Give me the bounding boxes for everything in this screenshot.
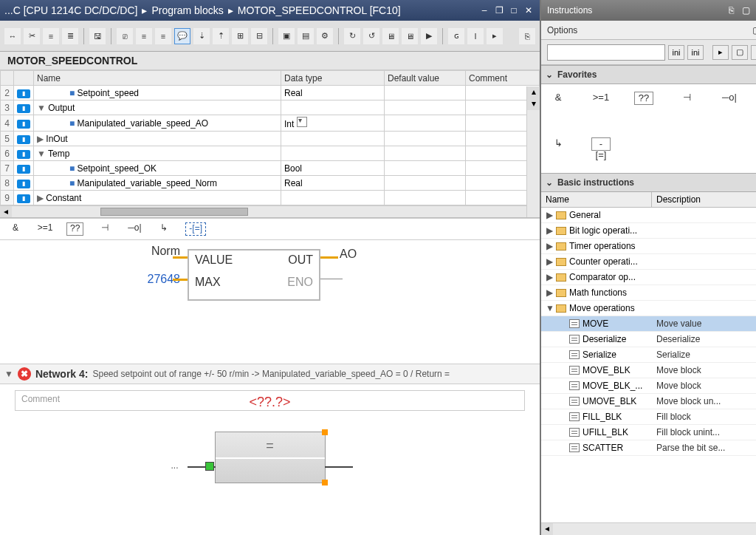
value-27648[interactable]: 27648 xyxy=(99,273,180,286)
crumb-fc[interactable]: MOTOR_SPEEDCONTROL [FC10] xyxy=(238,4,401,16)
tool-btn[interactable]: ↔ xyxy=(4,28,21,44)
tool-btn[interactable]: ↺ xyxy=(363,28,379,44)
var-row[interactable]: 9▮▶ Constant xyxy=(1,191,540,205)
tool-btn[interactable]: ▶ xyxy=(421,28,437,44)
fav-and[interactable]: & xyxy=(7,222,24,236)
fav-not[interactable]: ⊣ xyxy=(97,222,113,236)
fav-ge1[interactable]: >=1 xyxy=(591,92,611,105)
instr-folder[interactable]: ▶Math functions xyxy=(541,285,756,301)
expand-icon[interactable]: ▶ xyxy=(546,225,553,236)
tool-btn[interactable]: ✂ xyxy=(24,28,40,44)
var-row[interactable]: 7▮■ Setpoint_speed_OKBool xyxy=(1,161,540,176)
tool-btn[interactable]: ⚙ xyxy=(317,28,333,44)
tool-btn[interactable]: ↻ xyxy=(344,28,360,44)
expand-icon[interactable]: ▼ xyxy=(546,303,553,313)
expand-icon[interactable]: ▶ xyxy=(37,193,44,203)
var-scroll-v[interactable]: ▴ ▾ xyxy=(526,86,540,217)
fav-assign[interactable]: -[=] xyxy=(591,137,611,151)
instr-item[interactable]: FILL_BLKFill block xyxy=(541,409,756,425)
expand-icon[interactable]: ▶ xyxy=(546,256,553,267)
chevron-down-icon[interactable]: ⌄ xyxy=(546,69,553,80)
fav-ge1[interactable]: >=1 xyxy=(37,222,53,236)
tool-btn[interactable]: ⎚ xyxy=(117,28,133,44)
var-row[interactable]: 8▮■ Manipulated_variable_speed_NormReal xyxy=(1,176,540,191)
view2-button[interactable]: ▢ xyxy=(732,45,748,60)
expand-icon[interactable]: ▶ xyxy=(546,210,553,220)
tool-btn[interactable]: ≡ xyxy=(43,28,59,44)
instr-item[interactable]: MOVE_BLKMove block xyxy=(541,363,756,378)
fav-not[interactable]: ⊣ xyxy=(677,92,696,105)
instr-item[interactable]: SerializeSerialize xyxy=(541,347,756,363)
network-4-header[interactable]: ▼ ✖ Network 4: Speed setpoint out of ran… xyxy=(0,364,540,384)
scroll-left-icon[interactable]: ◂ xyxy=(0,206,12,217)
tool-btn[interactable]: 🖥 xyxy=(402,28,418,44)
expand-icon[interactable]: ▶ xyxy=(546,287,553,298)
favorites-header[interactable]: ⌄ Favorites xyxy=(541,65,756,84)
basic-instr-header[interactable]: ⌄ Basic instructions xyxy=(541,173,756,192)
tool-btn[interactable]: I xyxy=(467,28,484,44)
search-input[interactable] xyxy=(547,44,665,61)
instr-item[interactable]: MOVE_BLK_...Move block xyxy=(541,378,756,394)
fav-coil[interactable]: ─o| xyxy=(126,222,142,236)
collapse-icon[interactable]: ▼ xyxy=(4,369,13,379)
expand-icon[interactable]: ▶ xyxy=(546,241,553,251)
fav-jump[interactable]: ↳ xyxy=(549,137,568,151)
col-dtype[interactable]: Data type xyxy=(281,71,385,86)
input-stub[interactable] xyxy=(205,462,214,471)
col-name[interactable]: Name xyxy=(34,71,281,86)
instr-folder[interactable]: ▶Comparator op... xyxy=(541,270,756,285)
tool-btn[interactable]: ⊞ xyxy=(232,28,248,44)
crumb-cpu[interactable]: ...C [CPU 1214C DC/DC/DC] xyxy=(4,4,137,16)
instr-item[interactable]: UMOVE_BLKMove block un... xyxy=(541,394,756,409)
var-row[interactable]: 5▮▶ InOut xyxy=(1,132,540,146)
instr-item[interactable]: UFILL_BLKFill block unint... xyxy=(541,425,756,440)
instr-item[interactable]: MOVEMove value xyxy=(541,316,756,332)
fav-assign[interactable]: -[=] xyxy=(185,222,206,236)
var-scroll-h[interactable]: ◂ ▸ xyxy=(0,205,540,217)
search-up-button[interactable]: ini xyxy=(687,45,704,60)
var-row[interactable]: 3▮▼ Output xyxy=(1,100,540,115)
tool-btn[interactable]: 🖫 xyxy=(89,28,106,44)
expand-icon[interactable]: ▶ xyxy=(546,272,553,282)
fav-and[interactable]: & xyxy=(549,92,568,105)
var-row[interactable]: 6▮▼ Temp xyxy=(1,146,540,161)
scroll-down-icon[interactable]: ▾ xyxy=(527,98,540,110)
close-button[interactable]: ✕ xyxy=(522,4,535,16)
tool-btn[interactable]: ≡ xyxy=(136,28,152,44)
fav-coil[interactable]: ─o| xyxy=(720,92,739,105)
col-name[interactable]: Name xyxy=(541,192,652,207)
instr-item[interactable]: SCATTERParse the bit se... xyxy=(541,440,756,456)
crumb-blocks[interactable]: Program blocks xyxy=(151,4,223,16)
handle-icon[interactable] xyxy=(322,480,328,485)
chevron-down-icon[interactable]: ⌄ xyxy=(546,177,553,188)
options-header[interactable]: Options ▢ ▾ xyxy=(541,21,756,40)
instr-folder[interactable]: ▶General xyxy=(541,208,756,223)
tool-btn[interactable]: ▤ xyxy=(298,28,314,44)
instr-folder[interactable]: ▶Counter operati... xyxy=(541,254,756,270)
var-row[interactable]: 2▮■ Setpoint_speedReal xyxy=(1,86,540,100)
col-default[interactable]: Default value xyxy=(385,71,466,86)
col-desc[interactable]: Description xyxy=(652,192,756,207)
minimize-button[interactable]: – xyxy=(478,4,491,16)
view3-button[interactable]: ▦ xyxy=(751,45,756,60)
search-down-button[interactable]: ini xyxy=(668,45,684,60)
instr-folder[interactable]: ▶Bit logic operati... xyxy=(541,223,756,239)
instr-folder[interactable]: ▼Move operations xyxy=(541,301,756,316)
var-row[interactable]: 4▮■ Manipulated_variable_speed_AOInt xyxy=(1,115,540,132)
handle-icon[interactable] xyxy=(322,429,328,435)
panel-collapse-icon[interactable]: ▢ xyxy=(739,4,752,16)
maximize-button[interactable]: □ xyxy=(507,4,520,16)
scroll-up-icon[interactable]: ▴ xyxy=(527,86,540,98)
restore-button[interactable]: ❐ xyxy=(492,4,506,16)
instr-scroll-h[interactable]: ◂ ▸ xyxy=(541,522,756,535)
expand-icon[interactable]: ▶ xyxy=(37,134,44,144)
compare-box[interactable]: = xyxy=(215,432,326,483)
tool-btn-comment[interactable]: 💬 xyxy=(174,28,190,44)
instr-item[interactable]: DeserializeDeserialize xyxy=(541,332,756,347)
tool-btn[interactable]: 🖥 xyxy=(382,28,399,44)
fav-jump[interactable]: ↳ xyxy=(156,222,172,236)
tool-btn[interactable]: ▣ xyxy=(278,28,295,44)
tool-btn[interactable]: ⇣ xyxy=(193,28,210,44)
tool-btn[interactable]: ≡ xyxy=(155,28,171,44)
tool-btn[interactable]: ≣ xyxy=(62,28,78,44)
